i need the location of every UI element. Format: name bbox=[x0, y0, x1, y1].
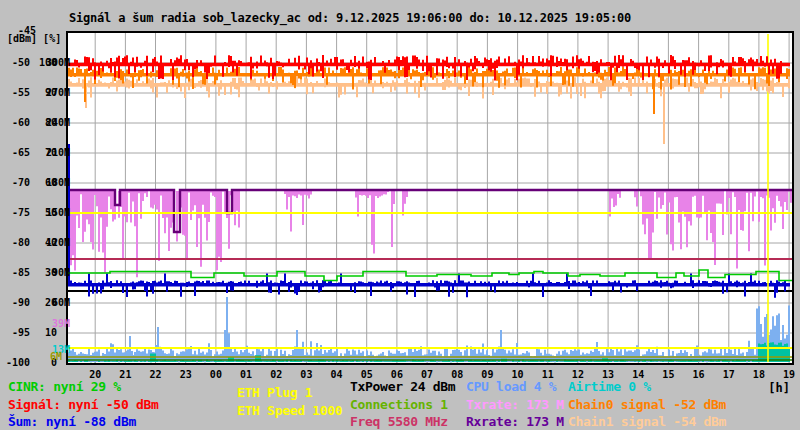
x-tick-hour-17: 17 bbox=[718, 369, 740, 380]
y-tick-dbm--75: -75 bbox=[2, 207, 30, 218]
legend-noise: Šum: nyní -88 dBm bbox=[8, 414, 136, 429]
x-tick-hour-19: 19 bbox=[778, 369, 800, 380]
x-tick-hour-00: 00 bbox=[205, 369, 227, 380]
y-tick-mbit-90M: 90M bbox=[40, 267, 70, 278]
y-tick-dbm--70: -70 bbox=[2, 177, 30, 188]
legend-txrate: Txrate: 173 M bbox=[466, 397, 564, 412]
y-tick-mbit-300M: 300M bbox=[40, 57, 70, 68]
x-axis-unit-label: [h] bbox=[752, 381, 790, 395]
legend-chain1: Chain1 signal -54 dBm bbox=[568, 414, 726, 429]
legend-eth-plug: ETH Plug 1 bbox=[237, 385, 312, 400]
y-tick-dbm--85: -85 bbox=[2, 267, 30, 278]
chart-plot bbox=[0, 0, 800, 430]
x-tick-hour-04: 04 bbox=[326, 369, 348, 380]
y-tick-mbit-180M: 180M bbox=[40, 177, 70, 188]
legend-airtime: Airtime 0 % bbox=[568, 379, 651, 394]
x-tick-hour-16: 16 bbox=[688, 369, 710, 380]
y-value-label-39M: 39M bbox=[30, 318, 70, 329]
y-tick-dbm--65: -65 bbox=[2, 147, 30, 158]
y-tick-mbit-60M: 60M bbox=[40, 297, 70, 308]
radio-signal-noise-graph-page: Signál a šum radia sob_lazecky_ac od: 9.… bbox=[0, 0, 800, 430]
x-tick-hour-18: 18 bbox=[748, 369, 770, 380]
y-tick-mbit-120M: 120M bbox=[40, 237, 70, 248]
legend-cinr: CINR: nyní 29 % bbox=[8, 379, 121, 394]
y-tick-mbit-150M: 150M bbox=[40, 207, 70, 218]
legend-freq: Freq 5580 MHz bbox=[350, 414, 448, 429]
y-tick-dbm--55: -55 bbox=[2, 87, 30, 98]
y-tick-mbit-240M: 240M bbox=[40, 117, 70, 128]
x-tick-hour-23: 23 bbox=[175, 369, 197, 380]
x-tick-hour-02: 02 bbox=[265, 369, 287, 380]
legend-cpu-load: CPU load 4 % bbox=[466, 379, 556, 394]
legend-chain0: Chain0 signal -52 dBm bbox=[568, 397, 726, 412]
y-tick-dbm--80: -80 bbox=[2, 237, 30, 248]
legend-connections: Connections 1 bbox=[350, 397, 448, 412]
y-tick-dbm--95: -95 bbox=[2, 327, 30, 338]
y-tick-dbm--90: -90 bbox=[2, 297, 30, 308]
y-tick-mbit-210M: 210M bbox=[40, 147, 70, 158]
legend-txpower: TxPower 24 dBm bbox=[350, 379, 455, 394]
y-tick-mbit-270M: 270M bbox=[40, 87, 70, 98]
x-tick-hour-01: 01 bbox=[235, 369, 257, 380]
y-value-label-6M: 6M bbox=[22, 351, 62, 362]
legend-signal: Signál: nyní -50 dBm bbox=[8, 397, 159, 412]
legend-rxrate: Rxrate: 173 M bbox=[466, 414, 564, 429]
axis-unit-header: [dBm] [%] bbox=[7, 33, 61, 44]
legend-eth-speed: ETH Speed 1000 bbox=[237, 403, 342, 418]
y-tick-dbm--50: -50 bbox=[2, 57, 30, 68]
x-tick-hour-15: 15 bbox=[657, 369, 679, 380]
x-tick-hour-03: 03 bbox=[295, 369, 317, 380]
y-tick-dbm--60: -60 bbox=[2, 117, 30, 128]
x-tick-hour-22: 22 bbox=[145, 369, 167, 380]
